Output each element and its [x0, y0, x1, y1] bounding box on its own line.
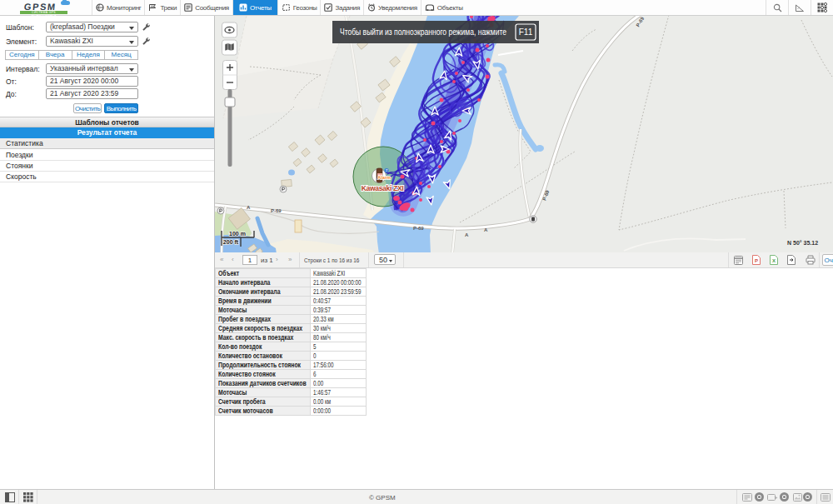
- svg-text:Kawasaki ZXI: Kawasaki ZXI: [362, 184, 404, 192]
- svg-text:X: X: [772, 258, 776, 263]
- svg-text:Alarm: Alarm: [377, 175, 391, 180]
- svg-text:Р-69: Р-69: [413, 226, 424, 231]
- svg-text:N 50° 35.12: N 50° 35.12: [787, 240, 818, 246]
- svg-text:Р-69: Р-69: [271, 208, 282, 213]
- svg-text:A: A: [484, 227, 488, 232]
- svg-text:A: A: [465, 232, 469, 237]
- svg-text:Чтобы выйти из полноэкранного: Чтобы выйти из полноэкранного режима, на…: [340, 27, 506, 37]
- svg-text:200 ft: 200 ft: [223, 239, 239, 245]
- svg-text:A: A: [247, 205, 251, 210]
- svg-text:F11: F11: [519, 27, 533, 37]
- svg-text:P: P: [755, 258, 758, 263]
- svg-text:100 m: 100 m: [229, 231, 246, 237]
